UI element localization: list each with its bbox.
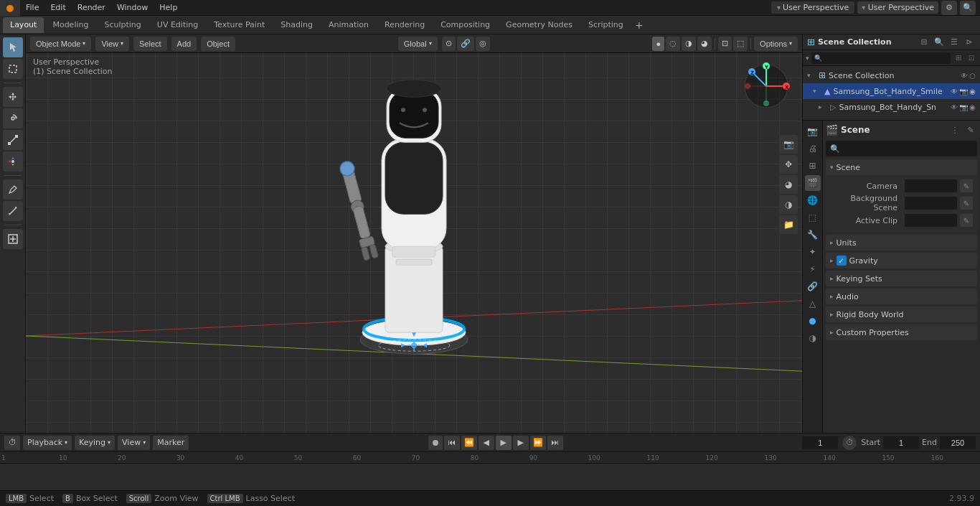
viewport-object-btn[interactable]: Object xyxy=(201,37,235,51)
prop-render-icon[interactable]: 📷 xyxy=(805,123,821,139)
exclude-icon-1[interactable]: ○ xyxy=(969,72,976,80)
viewport-select-btn[interactable]: Select xyxy=(133,37,167,51)
camera-value[interactable] xyxy=(905,179,957,192)
fps-indicator[interactable]: ⏱ xyxy=(842,436,857,450)
outliner-filter-btn[interactable]: ⊟ xyxy=(918,36,930,49)
prop-material-icon[interactable]: ● xyxy=(805,313,821,329)
keying-menu-btn[interactable]: Keying▾ xyxy=(75,436,115,450)
viewport-xray-btn[interactable]: ⬚ xyxy=(733,37,748,51)
pivot-btn[interactable]: ⊙ xyxy=(442,37,456,51)
toolbar-annotate-tool[interactable] xyxy=(3,179,23,200)
audio-section-header[interactable]: ▸ Audio xyxy=(826,289,977,304)
scene-options-btn[interactable]: ⋮ xyxy=(948,123,961,136)
eye-icon-2[interactable]: 👁 xyxy=(951,88,958,95)
prop-world-icon[interactable]: 🌐 xyxy=(805,192,821,208)
prop-object-icon[interactable]: ⬚ xyxy=(805,210,821,225)
engine-selector[interactable]: ▾ User Perspective xyxy=(857,1,938,14)
next-keyframe-btn[interactable]: ⏩ xyxy=(530,436,546,450)
expand-scene-collection[interactable]: ▾ xyxy=(807,72,816,79)
tab-animation[interactable]: Animation xyxy=(321,17,376,33)
render-icon-2[interactable]: ◉ xyxy=(969,88,976,95)
outliner-sort-btn[interactable]: ⊳ xyxy=(963,36,976,49)
playback-menu-btn[interactable]: Playback▾ xyxy=(23,436,72,450)
object-mode-btn[interactable]: Object Mode ▾ xyxy=(30,37,91,51)
viewport-shading-solid[interactable]: ● xyxy=(652,37,664,51)
tab-compositing[interactable]: Compositing xyxy=(433,17,497,33)
orientation-gizmo[interactable]: Y X Z xyxy=(738,57,795,115)
jump-start-btn[interactable]: ⏮ xyxy=(444,436,460,450)
outliner-search-box[interactable]: 🔍 xyxy=(811,52,951,64)
tab-shading[interactable]: Shading xyxy=(273,17,320,33)
toolbar-add-object-btn[interactable] xyxy=(3,229,23,249)
scene-edit-btn[interactable]: ✎ xyxy=(964,123,977,136)
prop-scene-icon[interactable]: 🎬 xyxy=(805,175,821,191)
center-viewport[interactable]: Object Mode ▾ View▾ Select Add Object Gl… xyxy=(26,34,802,433)
prop-output-icon[interactable]: 🖨 xyxy=(805,141,821,156)
vp-cursor-mode-btn[interactable]: ✥ xyxy=(779,155,798,174)
viewport-scene[interactable]: User Perspective (1) Scene Collection Y … xyxy=(26,34,802,433)
toolbar-rotate-tool[interactable] xyxy=(3,108,23,128)
end-frame-input[interactable]: 250 xyxy=(940,436,976,449)
units-section-header[interactable]: ▸ Units xyxy=(826,235,977,250)
timeline-track[interactable]: 1 10 20 30 40 50 60 70 80 90 100 110 120… xyxy=(0,452,980,490)
filter-all-btn[interactable]: ⊞ xyxy=(953,52,964,64)
menu-render[interactable]: Render xyxy=(72,0,111,15)
scene-selector[interactable]: ▾ User Perspective xyxy=(771,1,854,14)
gravity-checkbox[interactable]: ✓ xyxy=(837,256,847,266)
menu-help[interactable]: Help xyxy=(154,0,183,15)
prop-shader-icon[interactable]: ◑ xyxy=(805,330,821,346)
record-btn[interactable] xyxy=(428,436,443,450)
proportional-btn[interactable]: ◎ xyxy=(476,37,490,51)
timeline-mode-btn[interactable]: ⏱ xyxy=(4,436,20,450)
toolbar-measure-tool[interactable] xyxy=(3,201,23,221)
options-btn[interactable]: Options▾ xyxy=(754,37,798,51)
tab-uv-editing[interactable]: UV Editing xyxy=(150,17,205,33)
viewport-shading-wire[interactable]: ◌ xyxy=(666,37,680,51)
bg-scene-eyedropper-btn[interactable]: ✎ xyxy=(960,197,973,210)
render-icon-3[interactable]: ◉ xyxy=(969,103,976,111)
current-frame-input[interactable]: 1 xyxy=(802,436,838,449)
expand-samsung-sn[interactable]: ▸ xyxy=(819,103,827,111)
viewport-shading-material[interactable]: ◑ xyxy=(682,37,696,51)
marker-menu-btn[interactable]: Marker xyxy=(153,436,189,450)
prev-keyframe-btn[interactable]: ⏪ xyxy=(461,436,477,450)
eye-icon-1[interactable]: 👁 xyxy=(961,72,968,80)
prop-physics-icon[interactable]: ⚡ xyxy=(805,261,821,277)
tab-layout[interactable]: Layout xyxy=(3,17,44,33)
prop-particles-icon[interactable]: ✦ xyxy=(805,244,821,260)
expand-samsung-bot[interactable]: ▾ xyxy=(813,88,821,95)
menu-file[interactable]: File xyxy=(20,0,44,15)
vp-camera-btn[interactable]: 📷 xyxy=(779,135,798,154)
header-search-btn[interactable]: 🔍 xyxy=(960,1,976,15)
camera-icon-3[interactable]: 📷 xyxy=(959,103,968,111)
gravity-section-header[interactable]: ▸ ✓ Gravity xyxy=(826,253,977,268)
vp-render-preview-btn[interactable]: ◕ xyxy=(779,175,798,194)
add-workspace-btn[interactable]: + xyxy=(632,18,646,32)
camera-icon-2[interactable]: 📷 xyxy=(959,88,968,95)
tab-sculpting[interactable]: Sculpting xyxy=(97,17,148,33)
bg-scene-value[interactable] xyxy=(905,197,957,210)
prop-viewlayer-icon[interactable]: ⊞ xyxy=(805,158,821,174)
jump-end-btn[interactable]: ⏭ xyxy=(547,436,563,450)
transform-global-btn[interactable]: Global▾ xyxy=(398,37,438,51)
toolbar-cursor-tool[interactable] xyxy=(3,37,23,57)
tab-texture-paint[interactable]: Texture Paint xyxy=(207,17,272,33)
viewport-gizmo[interactable]: Y X Z xyxy=(738,57,795,115)
tab-modeling[interactable]: Modeling xyxy=(45,17,95,33)
prop-modifier-icon[interactable]: 🔧 xyxy=(805,227,821,243)
outliner-settings-btn[interactable]: ☰ xyxy=(948,36,961,49)
active-clip-value[interactable] xyxy=(905,214,957,227)
tab-scripting[interactable]: Scripting xyxy=(581,17,631,33)
active-clip-eyedropper-btn[interactable]: ✎ xyxy=(960,214,973,227)
view-menu-btn[interactable]: View▾ xyxy=(118,436,150,450)
menu-edit[interactable]: Edit xyxy=(44,0,71,15)
outliner-search-icon[interactable]: 🔍 xyxy=(933,36,946,49)
prop-data-icon[interactable]: △ xyxy=(805,296,821,311)
rigid-body-section-header[interactable]: ▸ Rigid Body World xyxy=(826,306,977,322)
tab-rendering[interactable]: Rendering xyxy=(377,17,432,33)
snap-btn[interactable]: 🔗 xyxy=(457,37,474,51)
outliner-item-samsung-bot-sn[interactable]: ▸ ▷ Samsung_Bot_Handy_Sn 👁 📷 ◉ xyxy=(803,99,980,115)
scene-section-header[interactable]: ▾ Scene xyxy=(826,159,977,175)
toolbar-transform-tool[interactable] xyxy=(3,151,23,172)
outliner-item-scene-collection[interactable]: ▾ ⊞ Scene Collection 👁 ○ xyxy=(803,67,980,83)
